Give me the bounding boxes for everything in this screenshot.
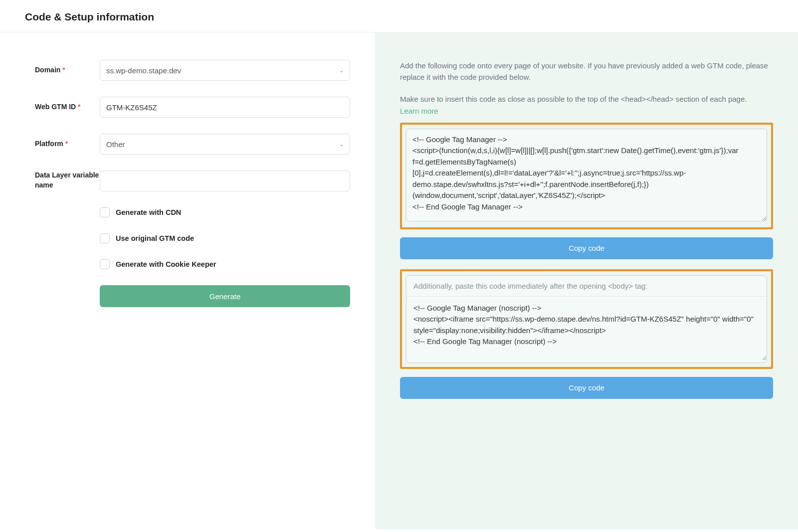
datalayer-row: Data Layer variable name bbox=[35, 171, 350, 191]
code-panel: Add the following code onto every page o… bbox=[375, 32, 798, 530]
cdn-checkbox-row: Generate with CDN bbox=[100, 207, 350, 217]
body-code-textarea[interactable] bbox=[406, 297, 767, 360]
instruction-1: Add the following code onto every page o… bbox=[400, 60, 773, 83]
instruction-2: Make sure to insert this code as close a… bbox=[400, 93, 773, 105]
cookie-keeper-checkbox[interactable] bbox=[100, 259, 110, 269]
original-gtm-checkbox-label: Use original GTM code bbox=[116, 234, 194, 242]
body-code-container: Additionally, paste this code immediatel… bbox=[406, 275, 767, 363]
datalayer-input[interactable] bbox=[100, 171, 350, 191]
cookie-keeper-checkbox-label: Generate with Cookie Keeper bbox=[116, 260, 216, 268]
gtm-id-label: Web GTM ID * bbox=[35, 102, 100, 112]
required-marker: * bbox=[78, 103, 80, 111]
copy-head-code-button[interactable]: Copy code bbox=[400, 237, 773, 259]
cdn-checkbox-label: Generate with CDN bbox=[116, 208, 181, 216]
domain-row: Domain * ss.wp-demo.stape.dev ⌄ bbox=[35, 60, 350, 81]
domain-label: Domain * bbox=[35, 65, 100, 75]
datalayer-label: Data Layer variable name bbox=[35, 171, 100, 190]
copy-body-code-button[interactable]: Copy code bbox=[400, 377, 773, 399]
required-marker: * bbox=[65, 140, 68, 148]
form-panel: Domain * ss.wp-demo.stape.dev ⌄ Web GTM … bbox=[0, 32, 375, 530]
body-code-hint: Additionally, paste this code immediatel… bbox=[406, 276, 767, 297]
cookie-keeper-checkbox-row: Generate with Cookie Keeper bbox=[100, 259, 350, 269]
cdn-checkbox[interactable] bbox=[100, 207, 110, 217]
learn-more-link[interactable]: Learn more bbox=[400, 107, 438, 115]
domain-select[interactable]: ss.wp-demo.stape.dev bbox=[100, 60, 350, 81]
head-code-highlight bbox=[400, 123, 773, 229]
platform-label: Platform * bbox=[35, 139, 100, 149]
domain-select-wrap: ss.wp-demo.stape.dev ⌄ bbox=[100, 60, 350, 81]
required-marker: * bbox=[62, 66, 65, 74]
platform-row: Platform * Other ⌄ bbox=[35, 134, 350, 155]
original-gtm-checkbox[interactable] bbox=[100, 233, 110, 243]
page-header: Code & Setup information bbox=[0, 0, 798, 32]
head-code-textarea[interactable] bbox=[406, 129, 767, 221]
gtm-id-input[interactable] bbox=[100, 97, 350, 118]
body-code-highlight: Additionally, paste this code immediatel… bbox=[400, 269, 773, 369]
content-area: Domain * ss.wp-demo.stape.dev ⌄ Web GTM … bbox=[0, 32, 798, 530]
page-title: Code & Setup information bbox=[25, 11, 773, 23]
generate-button[interactable]: Generate bbox=[100, 285, 350, 307]
original-gtm-checkbox-row: Use original GTM code bbox=[100, 233, 350, 243]
platform-select[interactable]: Other bbox=[100, 134, 350, 155]
gtm-id-row: Web GTM ID * bbox=[35, 97, 350, 118]
platform-select-wrap: Other ⌄ bbox=[100, 134, 350, 155]
